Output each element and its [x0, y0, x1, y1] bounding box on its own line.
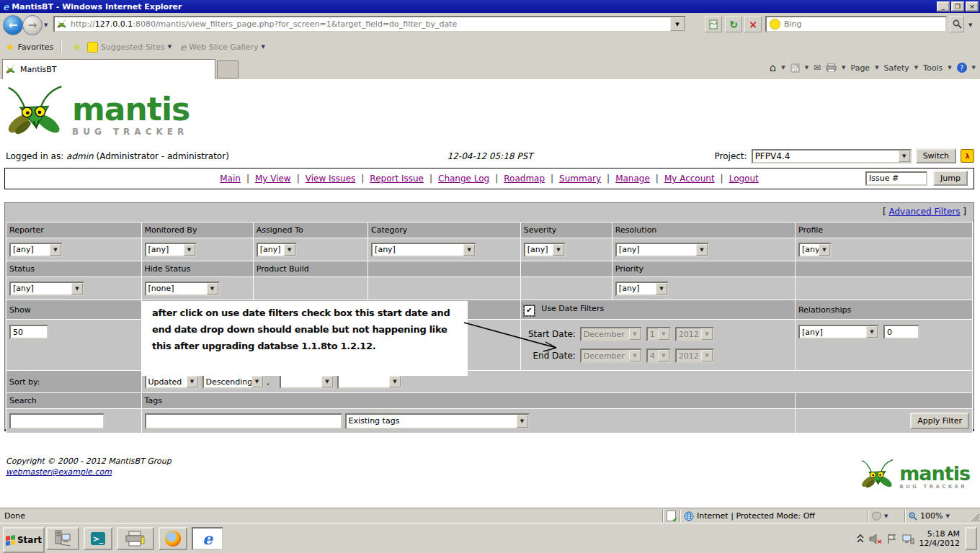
home-icon[interactable]: ⌂ [770, 61, 777, 74]
priority-select[interactable]: [any]▼ [615, 282, 669, 296]
switch-button[interactable]: Switch [916, 148, 956, 163]
rss-icon[interactable]: λ [961, 149, 974, 163]
assigned-to-select[interactable]: [any]▼ [257, 243, 297, 257]
nav-roadmap[interactable]: Roadmap [504, 174, 545, 184]
refresh-button[interactable]: ↻ [725, 16, 742, 32]
compatibility-view-button[interactable] [705, 16, 722, 32]
search-button[interactable] [950, 16, 964, 32]
stop-button[interactable]: × [744, 16, 762, 32]
history-dropdown-icon[interactable]: ▼ [44, 22, 48, 28]
clock[interactable]: 5:18 AM 12/4/2012 [919, 529, 960, 548]
tab-mantisbt[interactable]: MantisBT [2, 59, 215, 79]
jump-button[interactable]: Jump [933, 171, 968, 186]
nav-summary[interactable]: Summary [559, 174, 601, 184]
webmaster-email-link[interactable]: webmaster@example.com [6, 467, 112, 477]
search-box[interactable]: Bing [765, 16, 947, 32]
close-button[interactable]: × [966, 1, 979, 12]
nav-report-issue[interactable]: Report Issue [370, 174, 424, 184]
help-icon[interactable]: ? [957, 63, 967, 73]
hide-status-select[interactable]: [none]▼ [145, 282, 220, 296]
search-input[interactable] [9, 413, 104, 429]
page-menu-button[interactable]: Page [851, 63, 870, 73]
show-count-input[interactable] [9, 325, 48, 339]
web-slice-dropdown-icon[interactable]: ▼ [261, 44, 264, 50]
taskbar-firefox-button[interactable] [159, 527, 187, 550]
privacy-dropdown-icon[interactable]: ▼ [884, 513, 888, 519]
network-icon[interactable] [902, 534, 914, 544]
rss-feed-icon[interactable] [790, 63, 800, 73]
minimize-button[interactable]: _ [937, 1, 950, 12]
nav-my-view[interactable]: My View [255, 174, 291, 184]
nav-logout[interactable]: Logout [729, 174, 759, 184]
taskbar-server-manager-button[interactable] [46, 527, 79, 550]
relationships-select[interactable]: [any]▼ [798, 325, 879, 339]
tools-dropdown-icon[interactable]: ▼ [948, 65, 951, 71]
taskbar-ie-button[interactable]: e [192, 527, 223, 550]
privacy-segment[interactable]: ▼ [868, 510, 904, 522]
start-day-select[interactable]: 1▼ [646, 327, 671, 341]
feed-dropdown-icon[interactable]: ▼ [805, 65, 808, 71]
page-dropdown-icon[interactable]: ▼ [875, 65, 878, 71]
nav-manage[interactable]: Manage [615, 174, 650, 184]
sort-direction-select[interactable]: Descending▼ [202, 374, 264, 389]
sort-field-select[interactable]: Updated▼ [145, 374, 200, 389]
address-bar[interactable]: http://127.0.0.1:8080/mantis/view_filter… [53, 16, 686, 32]
safety-dropdown-icon[interactable]: ▼ [914, 65, 918, 71]
end-month-select[interactable]: December▼ [580, 349, 642, 363]
maximize-button[interactable]: ❐ [951, 1, 964, 12]
zoom-dropdown-icon[interactable]: ▼ [945, 513, 949, 519]
end-day-select[interactable]: 4▼ [646, 349, 671, 363]
nav-view-issues[interactable]: View Issues [306, 174, 356, 184]
project-label: Project: [715, 151, 747, 161]
advanced-filters-link[interactable]: Advanced Filters [888, 207, 960, 217]
status-select[interactable]: [any]▼ [9, 282, 84, 296]
resize-grip[interactable] [968, 511, 980, 522]
show-desktop-button[interactable] [965, 527, 977, 550]
tools-menu-button[interactable]: Tools [923, 63, 943, 73]
search-dropdown-icon[interactable]: ▼ [968, 22, 972, 28]
nav-main[interactable]: Main [220, 174, 241, 184]
start-button[interactable]: Start [3, 527, 45, 553]
suggested-sites-dropdown-icon[interactable]: ▼ [168, 44, 172, 50]
apply-filter-button[interactable]: Apply Filter [910, 413, 969, 429]
favorites-button[interactable]: Favorites [18, 42, 54, 52]
volume-muted-icon[interactable]: × [869, 534, 881, 544]
read-mail-icon[interactable]: ✉ [814, 63, 821, 73]
add-favorite-icon[interactable]: ★ [72, 41, 81, 53]
issue-number-input[interactable] [865, 171, 927, 186]
start-month-select[interactable]: December▼ [580, 327, 642, 341]
profile-select[interactable]: [any]▼ [798, 243, 832, 257]
tags-input[interactable] [145, 413, 342, 429]
forward-button[interactable]: → [22, 15, 43, 35]
start-year-select[interactable]: 2012▼ [675, 327, 714, 341]
back-button[interactable]: ← [3, 15, 23, 35]
sort-field2-select[interactable]: ▼ [280, 374, 334, 389]
taskbar-printer-button[interactable] [117, 527, 154, 550]
end-year-select[interactable]: 2012▼ [675, 349, 714, 363]
nav-my-account[interactable]: My Account [664, 174, 715, 184]
print-dropdown-icon[interactable]: ▼ [842, 65, 845, 71]
nav-change-log[interactable]: Change Log [438, 174, 489, 184]
suggested-sites-button[interactable]: Suggested Sites [101, 42, 165, 52]
home-dropdown-icon[interactable]: ▼ [781, 65, 785, 71]
project-select[interactable]: PFPV4.4 ▼ [752, 149, 912, 163]
address-dropdown-button[interactable]: ▼ [670, 17, 685, 31]
zoom-segment[interactable]: 100% ▼ [904, 510, 968, 522]
new-tab-button[interactable] [217, 60, 239, 78]
tray-expand-icon[interactable] [857, 534, 864, 544]
taskbar-powershell-button[interactable]: >_ [84, 527, 112, 550]
help-dropdown-icon[interactable]: ▼ [972, 65, 976, 71]
print-icon[interactable] [826, 63, 837, 72]
safety-menu-button[interactable]: Safety [884, 63, 909, 73]
resolution-select[interactable]: [any]▼ [615, 243, 709, 257]
category-select[interactable]: [any]▼ [371, 243, 476, 257]
relationship-id-input[interactable] [883, 325, 919, 339]
web-slice-gallery-button[interactable]: Web Slice Gallery [189, 42, 258, 52]
action-center-flag-icon[interactable] [886, 534, 897, 544]
monitored-by-select[interactable]: [any]▼ [145, 243, 197, 257]
sort-direction2-select[interactable]: ▼ [337, 374, 402, 389]
existing-tags-select[interactable]: Existing tags▼ [345, 413, 530, 429]
firefox-icon [165, 531, 181, 547]
severity-select[interactable]: [any]▼ [524, 243, 566, 257]
reporter-select[interactable]: [any]▼ [9, 243, 63, 257]
